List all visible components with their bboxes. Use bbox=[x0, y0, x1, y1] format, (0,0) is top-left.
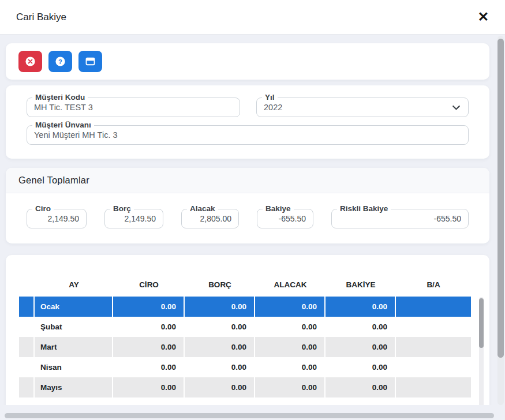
monthly-balance-card: AY CİRO BORÇ ALACAK BAKİYE B/A Ocak 0.00… bbox=[6, 255, 489, 405]
cell-ay: Ocak bbox=[35, 297, 113, 317]
col-header-ay: AY bbox=[35, 280, 113, 289]
borc-field[interactable]: Borç 2,149.50 bbox=[104, 209, 163, 228]
table-row-mayis[interactable]: Mayıs 0.00 0.00 0.00 0.00 bbox=[19, 377, 471, 397]
musteri-unvani-value: Yeni Müşteri MH Tic. 3 bbox=[34, 130, 461, 140]
musteri-unvani-label: Müşteri Ünvanı bbox=[32, 121, 94, 130]
table-row-mart[interactable]: Mart 0.00 0.00 0.00 0.00 bbox=[19, 337, 471, 357]
svg-text:?: ? bbox=[58, 58, 62, 65]
genel-toplamlar-card: Genel Toplamlar Ciro 2,149.50 Borç 2,149… bbox=[6, 168, 489, 243]
cell-ba bbox=[396, 317, 471, 337]
modal-body: ? Müşteri Kodu MH Tic. TEST 3 Yıl 2022 bbox=[0, 35, 505, 405]
vertical-scrollbar[interactable] bbox=[497, 36, 504, 405]
musteri-kodu-label: Müşteri Kodu bbox=[32, 93, 88, 102]
cell-alacak: 750.00 bbox=[255, 397, 326, 405]
table-row-haziran[interactable]: Haziran 1,600.00 1,600.00 750.00 850.00 … bbox=[19, 397, 471, 405]
cell-ay: Mayıs bbox=[35, 377, 113, 397]
yil-value: 2022 bbox=[264, 103, 447, 112]
cell-borc: 1,600.00 bbox=[185, 397, 255, 405]
cell-alacak: 0.00 bbox=[255, 317, 326, 337]
cell-borc: 0.00 bbox=[185, 297, 255, 317]
table-row-subat[interactable]: Şubat 0.00 0.00 0.00 0.00 bbox=[19, 317, 471, 337]
row-selector-cell bbox=[19, 397, 35, 405]
row-selector-cell bbox=[19, 357, 35, 377]
genel-toplamlar-title: Genel Toplamlar bbox=[6, 168, 489, 193]
cell-bakiye: 0.00 bbox=[326, 377, 396, 397]
borc-value: 2,149.50 bbox=[112, 214, 156, 223]
riskli-bakiye-value: -655.50 bbox=[339, 214, 461, 223]
customer-form: Müşteri Kodu MH Tic. TEST 3 Yıl 2022 Müş… bbox=[6, 85, 489, 159]
row-selector-cell bbox=[19, 337, 35, 357]
modal-header: Cari Bakiye ✕ bbox=[0, 0, 505, 35]
cell-ay: Haziran bbox=[35, 397, 113, 405]
borc-label: Borç bbox=[110, 204, 134, 213]
riskli-bakiye-field[interactable]: Riskli Bakiye -655.50 bbox=[331, 209, 469, 228]
musteri-kodu-field[interactable]: Müşteri Kodu MH Tic. TEST 3 bbox=[27, 97, 240, 117]
col-header-alacak: ALACAK bbox=[255, 280, 326, 289]
cell-borc: 0.00 bbox=[185, 377, 255, 397]
cell-bakiye: 0.00 bbox=[326, 337, 396, 357]
vertical-scrollbar-thumb[interactable] bbox=[497, 39, 504, 358]
chevron-down-icon bbox=[451, 103, 461, 112]
window-icon bbox=[85, 57, 95, 66]
alacak-value: 2,805.00 bbox=[189, 214, 231, 223]
cell-alacak: 0.00 bbox=[255, 357, 326, 377]
cell-bakiye: 0.00 bbox=[326, 297, 396, 317]
page-title: Cari Bakiye bbox=[16, 12, 66, 23]
row-selector-cell bbox=[19, 317, 35, 337]
col-header-bakiye: BAKİYE bbox=[326, 280, 396, 289]
row-selector-cell bbox=[19, 377, 35, 397]
cell-borc: 0.00 bbox=[185, 337, 255, 357]
table-row-nisan[interactable]: Nisan 0.00 0.00 0.00 0.00 bbox=[19, 357, 471, 377]
cell-borc: 0.00 bbox=[185, 357, 255, 377]
col-header-borc: BORÇ bbox=[185, 280, 255, 289]
x-circle-icon bbox=[25, 57, 35, 66]
yil-select[interactable]: Yıl 2022 bbox=[256, 97, 469, 117]
alacak-label: Alacak bbox=[187, 204, 218, 213]
cell-ciro: 0.00 bbox=[113, 377, 185, 397]
table-header-row: AY CİRO BORÇ ALACAK BAKİYE B/A bbox=[19, 272, 471, 297]
question-circle-icon: ? bbox=[55, 57, 65, 66]
ciro-value: 2,149.50 bbox=[34, 214, 79, 223]
cell-alacak: 0.00 bbox=[255, 337, 326, 357]
cell-ba: (B) bbox=[396, 397, 471, 405]
cell-ba bbox=[396, 297, 471, 317]
cell-ay: Mart bbox=[35, 337, 113, 357]
table-scrollbar[interactable] bbox=[479, 297, 484, 405]
cell-ba bbox=[396, 337, 471, 357]
cell-ciro: 0.00 bbox=[113, 337, 185, 357]
cell-ay: Şubat bbox=[35, 317, 113, 337]
cell-borc: 0.00 bbox=[185, 317, 255, 337]
toolbar: ? bbox=[6, 43, 489, 80]
cell-bakiye: 850.00 bbox=[326, 397, 396, 405]
cell-ciro: 0.00 bbox=[113, 297, 185, 317]
bakiye-value: -655.50 bbox=[264, 214, 306, 223]
cell-alacak: 0.00 bbox=[255, 377, 326, 397]
table-scrollbar-thumb[interactable] bbox=[479, 298, 484, 348]
cell-bakiye: 0.00 bbox=[326, 317, 396, 337]
col-header-ciro: CİRO bbox=[113, 280, 185, 289]
cell-ciro: 0.00 bbox=[113, 317, 185, 337]
table-row-ocak[interactable]: Ocak 0.00 0.00 0.00 0.00 bbox=[19, 297, 471, 317]
musteri-unvani-field[interactable]: Müşteri Ünvanı Yeni Müşteri MH Tic. 3 bbox=[27, 125, 469, 145]
yil-label: Yıl bbox=[262, 93, 278, 102]
ciro-label: Ciro bbox=[32, 204, 54, 213]
col-header-ba: B/A bbox=[396, 280, 471, 289]
cell-ciro: 0.00 bbox=[113, 357, 185, 377]
cell-ay: Nisan bbox=[35, 357, 113, 377]
bakiye-field[interactable]: Bakiye -655.50 bbox=[257, 209, 313, 228]
monthly-balance-table: AY CİRO BORÇ ALACAK BAKİYE B/A Ocak 0.00… bbox=[19, 272, 471, 405]
cell-alacak: 0.00 bbox=[255, 297, 326, 317]
row-selector-cell bbox=[19, 297, 35, 317]
help-button[interactable]: ? bbox=[48, 51, 72, 72]
musteri-kodu-value: MH Tic. TEST 3 bbox=[34, 103, 233, 112]
window-button[interactable] bbox=[78, 51, 102, 72]
cell-ba bbox=[396, 357, 471, 377]
bakiye-label: Bakiye bbox=[263, 204, 294, 213]
horizontal-scrollbar-thumb[interactable] bbox=[5, 413, 494, 418]
totals-row: Ciro 2,149.50 Borç 2,149.50 Alacak 2,805… bbox=[6, 193, 489, 243]
ciro-field[interactable]: Ciro 2,149.50 bbox=[27, 209, 87, 228]
cancel-button[interactable] bbox=[18, 51, 42, 72]
close-icon[interactable]: ✕ bbox=[474, 9, 492, 25]
alacak-field[interactable]: Alacak 2,805.00 bbox=[181, 209, 239, 228]
riskli-bakiye-label: Riskli Bakiye bbox=[337, 204, 391, 213]
